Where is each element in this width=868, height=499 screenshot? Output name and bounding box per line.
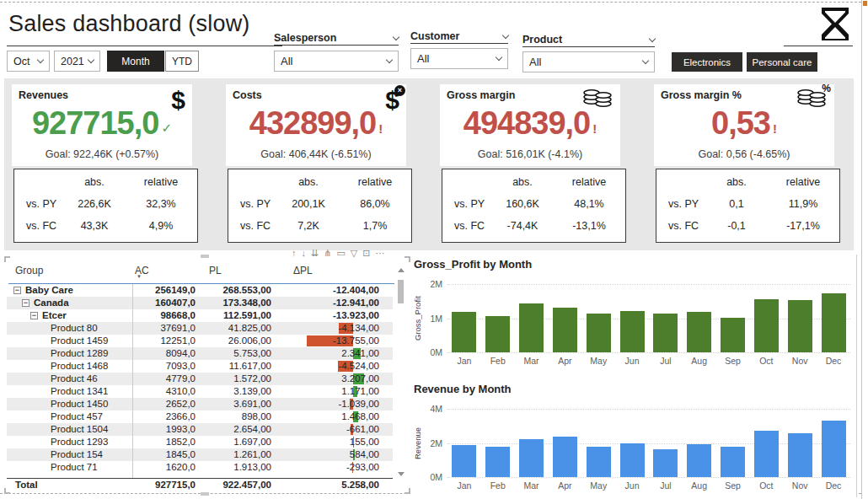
table-row[interactable]: Product 12931852,01.697,00155,00 xyxy=(7,436,393,448)
table-row[interactable]: Product 711620,01.913,00-293,00 xyxy=(7,461,393,474)
group-label: Product 1450 xyxy=(51,398,108,410)
ac-cell: 4310,0 xyxy=(116,385,196,398)
comparison-header-row: abs.relative xyxy=(656,176,839,193)
total-label: Total xyxy=(15,479,38,491)
comparison-abs-value: 160,6K xyxy=(491,198,554,210)
slicer-dropdown-product[interactable]: All xyxy=(522,51,655,72)
bar-may[interactable] xyxy=(587,447,611,477)
bar-jan[interactable] xyxy=(452,312,476,352)
bar-oct[interactable] xyxy=(754,431,779,477)
slicer-dropdown-customer[interactable]: All xyxy=(410,48,508,69)
bar-feb[interactable] xyxy=(485,447,510,477)
gross-profit-chart[interactable]: Gross_Profit by MonthGross_Profit2M1M0MJ… xyxy=(410,255,856,376)
title-underline xyxy=(7,46,282,46)
table-row[interactable]: −Baby Care256149,0268.553,00-12.404,00 xyxy=(7,284,393,297)
bar-apr[interactable] xyxy=(553,308,577,352)
pl-cell: 11.617,00 xyxy=(201,360,271,373)
table-row[interactable]: Product 12898094,05.753,002.341,00 xyxy=(7,347,393,360)
dpl-value: -293,00 xyxy=(285,461,379,474)
drill-up-icon[interactable]: ↑ xyxy=(292,248,297,259)
table-row[interactable]: −Etcer98668,0112.591,00-13.923,00 xyxy=(7,309,393,322)
bar-jun[interactable] xyxy=(620,443,645,477)
slicer-label-text: Customer xyxy=(410,30,459,42)
bar-mar[interactable] xyxy=(519,439,544,477)
bar-aug[interactable] xyxy=(687,444,711,477)
kpi-title: Gross margin xyxy=(447,89,515,101)
dpl-value: -661,00 xyxy=(285,423,379,436)
scrollbar-thumb[interactable] xyxy=(398,280,404,303)
bar-dec[interactable] xyxy=(822,293,846,352)
scroll-down-arrow[interactable] xyxy=(398,472,405,476)
comparison-abs-value: 200,1K xyxy=(277,198,340,210)
expand-all-icon[interactable]: ⋔ xyxy=(324,248,331,259)
bar-mar[interactable] xyxy=(519,303,544,352)
comparison-abs-value: 0,1 xyxy=(705,198,768,210)
electronics-button[interactable]: Electronics xyxy=(672,52,742,72)
bar-feb[interactable] xyxy=(485,316,510,352)
group-cell: Product 1459 xyxy=(51,335,108,347)
table-row[interactable]: Product 13414310,03.139,001.171,00 xyxy=(7,385,393,398)
focus-mode-icon[interactable]: ⊡ xyxy=(362,248,370,259)
table-row[interactable]: Product 1541845,01.261,00584,00 xyxy=(7,448,393,461)
kpi-comparison-table: abs.relativevs. PY226,6K32,3%vs. FC43,3K… xyxy=(13,169,198,243)
bar-sep[interactable] xyxy=(721,447,745,477)
period-ytd-button[interactable]: YTD xyxy=(165,51,199,72)
revenue-chart[interactable]: Revenue by MonthRevenue4M2M0MJanFebMarAp… xyxy=(410,379,856,499)
table-row[interactable]: −Canada160407,0173.348,00-12.941,00 xyxy=(7,297,393,309)
chart-title: Revenue by Month xyxy=(414,383,512,395)
column-header-group[interactable]: Group xyxy=(15,265,43,276)
chevron-down-icon xyxy=(386,56,393,63)
go-to-next-level-icon[interactable]: ⇊ xyxy=(311,248,319,259)
bar-jul[interactable] xyxy=(653,314,678,352)
bar-nov[interactable] xyxy=(788,300,812,352)
column-header-ac[interactable]: AC▼ xyxy=(135,265,149,276)
x-axis-tick: May xyxy=(581,480,615,491)
bar-jun[interactable] xyxy=(620,311,645,352)
bar-dec[interactable] xyxy=(822,421,846,477)
column-header-δpl[interactable]: ΔPL xyxy=(293,265,313,276)
more-options-icon[interactable]: ⋯ xyxy=(376,248,385,259)
slicer-header-product[interactable]: Product xyxy=(522,34,655,46)
bar-aug[interactable] xyxy=(687,312,711,352)
slicer-header-customer[interactable]: Customer xyxy=(410,30,508,42)
scroll-up-arrow[interactable] xyxy=(398,268,405,272)
slicer-dropdown-salesperson[interactable]: All xyxy=(274,51,399,72)
drill-down-icon[interactable]: ↓ xyxy=(302,248,307,259)
year-select[interactable]: 2021 xyxy=(54,51,100,72)
x-axis-tick: Jan xyxy=(447,480,481,491)
period-month-button[interactable]: Month xyxy=(107,51,164,72)
table-row[interactable]: Product 14687093,011.617,00-4.524,00 xyxy=(7,360,393,373)
table-row[interactable]: Product 145912251,026.006,00-13.755,00 xyxy=(7,335,393,347)
bar-jan[interactable] xyxy=(452,445,476,477)
matrix-visual[interactable]: GroupAC▼PLΔPL −Baby Care256149,0268.553,… xyxy=(7,260,408,491)
bar-nov[interactable] xyxy=(788,433,812,477)
group-label: Baby Care xyxy=(25,284,73,297)
personal-care-button[interactable]: Personal care xyxy=(747,52,817,72)
visual-resize-handle[interactable] xyxy=(201,492,209,496)
table-row[interactable]: Product 15041993,02.654,00-661,00 xyxy=(7,423,393,436)
slicer-header-salesperson[interactable]: Salesperson xyxy=(274,32,399,44)
table-row[interactable]: Product 14502652,03.691,00-1.039,00 xyxy=(7,398,393,410)
crossed-badge-icon: × xyxy=(394,85,405,96)
collapse-icon[interactable]: − xyxy=(13,287,21,294)
bar-apr[interactable] xyxy=(553,437,577,477)
bar-sep[interactable] xyxy=(721,318,745,352)
group-cell: Product 80 xyxy=(51,322,98,335)
collapse-icon[interactable]: − xyxy=(22,299,29,307)
visual-resize-handle[interactable] xyxy=(201,255,209,258)
slicer-value: All xyxy=(417,52,429,65)
column-header-pl[interactable]: PL xyxy=(209,265,222,276)
chevron-down-icon xyxy=(502,31,509,38)
x-axis-tick: Aug xyxy=(683,480,716,491)
comparison-relative-value: 86,0% xyxy=(343,198,407,210)
filter-icon[interactable]: ▽ xyxy=(351,248,357,259)
show-data-icon[interactable]: ▭ xyxy=(336,248,345,259)
table-row[interactable]: Product 4572366,0898,001.468,00 xyxy=(7,410,393,423)
table-row[interactable]: Product 8037691,041.825,00-4.134,00 xyxy=(7,322,393,335)
bar-may[interactable] xyxy=(587,314,611,352)
collapse-icon[interactable]: − xyxy=(30,312,38,319)
bar-oct[interactable] xyxy=(754,299,779,352)
bar-jul[interactable] xyxy=(653,449,678,477)
month-select[interactable]: Oct xyxy=(7,51,50,72)
table-row[interactable]: Product 464779,01.572,003.207,00 xyxy=(7,373,393,385)
